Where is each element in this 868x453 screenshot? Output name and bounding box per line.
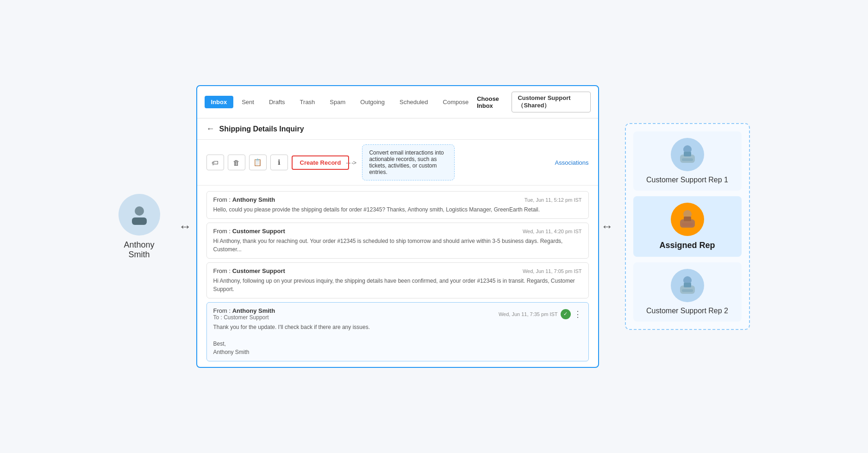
svg-rect-8 [684,217,691,221]
left-arrow: ↔ [179,219,192,234]
email-toolbar: 🏷 🗑 📋 ℹ Create Record Convert email inte… [197,140,598,186]
email-thread: From : Anthony Smith Tue, Jun 11, 5:12 p… [197,186,598,367]
email-from-3: From : Customer Support [213,267,285,274]
rep-card-assigned: Assigned Rep [633,196,742,257]
rep-avatar-1 [671,138,704,171]
create-record-button[interactable]: Create Record [292,155,350,170]
svg-point-0 [135,206,144,216]
email-card-2: From : Customer Support Wed, Jun 11, 4:2… [206,223,589,259]
inbox-panel: Inbox Sent Drafts Trash Spam Outgoing Sc… [196,85,599,368]
email-card-3: From : Customer Support Wed, Jun 11, 7:0… [206,262,589,298]
email-card-4: From : Anthony Smith To : Customer Suppo… [206,302,589,361]
email-time-2: Wed, Jun 11, 4:20 pm IST [523,229,582,234]
avatar [119,194,160,236]
associations-link[interactable]: Associations [555,159,589,166]
inbox-selector[interactable]: Customer Support（Shared） [512,92,590,112]
tab-sent[interactable]: Sent [235,96,261,108]
delete-button[interactable]: 🗑 [228,155,245,170]
email-header-2: From : Customer Support Wed, Jun 11, 4:2… [213,228,582,235]
email-header-4: From : Anthony Smith To : Customer Suppo… [213,307,582,321]
tab-spam[interactable]: Spam [323,96,352,108]
rep-1-label: Customer Support Rep 1 [646,176,728,184]
main-layout: AnthonySmith ↔ Inbox Sent Drafts Trash S… [0,0,868,453]
email-body-3: Hi Anthony, following up on your previou… [213,277,582,293]
email-from-4: From : Anthony Smith [213,307,275,314]
right-arrow: ↔ [601,219,613,234]
email-card-1: From : Anthony Smith Tue, Jun 11, 5:12 p… [206,191,589,219]
more-options-button[interactable]: ⋮ [574,309,582,319]
rep-avatar-2 [671,269,704,302]
email-time-3: Wed, Jun 11, 7:05 pm IST [523,268,582,274]
back-button[interactable]: ← [206,124,215,134]
svg-rect-9 [682,223,693,226]
email-header-3: From : Customer Support Wed, Jun 11, 7:0… [213,267,582,274]
rep-assigned-label: Assigned Rep [659,241,715,250]
tag-button[interactable]: 🏷 [206,155,224,170]
email-to-4: To : Customer Support [213,314,275,321]
tab-compose[interactable]: Compose [437,96,475,108]
status-indicator [561,309,571,319]
tab-scheduled[interactable]: Scheduled [393,96,434,108]
svg-rect-5 [682,158,693,161]
svg-rect-4 [684,152,691,156]
choose-inbox: Choose Inbox Customer Support（Shared） [477,92,590,112]
email-time-4: Wed, Jun 11, 7:35 pm IST [499,311,558,317]
email-from-to-4: From : Anthony Smith To : Customer Suppo… [213,307,275,321]
email-actions-4: Wed, Jun 11, 7:35 pm IST ⋮ [499,309,582,319]
svg-rect-13 [682,289,693,292]
choose-inbox-label: Choose Inbox [477,95,508,109]
email-from-1: From : Anthony Smith [213,196,275,203]
nav-bar: Inbox Sent Drafts Trash Spam Outgoing Sc… [197,86,598,118]
rep-avatar-assigned [671,203,704,236]
subject-bar: ← Shipping Details Inquiry [197,118,598,140]
email-body-4: Thank you for the update. I'll check bac… [213,323,582,356]
svg-rect-1 [132,217,147,225]
rep-card-2: Customer Support Rep 2 [633,262,742,322]
email-body-1: Hello, could you please provide the ship… [213,205,582,214]
left-person-section: AnthonySmith [119,194,160,260]
tab-trash[interactable]: Trash [293,96,322,108]
email-body-2: Hi Anthony, thank you for reaching out. … [213,237,582,254]
tooltip-bubble: Convert email interactions into actionab… [362,144,455,180]
rep-card-1: Customer Support Rep 1 [633,131,742,191]
email-time-1: Tue, Jun 11, 5:12 pm IST [525,197,582,203]
rep-2-label: Customer Support Rep 2 [646,307,728,315]
tab-drafts[interactable]: Drafts [262,96,292,108]
archive-button[interactable]: 📋 [249,155,267,170]
email-from-2: From : Customer Support [213,228,285,235]
left-person-name: AnthonySmith [124,240,154,260]
right-rep-panel: Customer Support Rep 1 Assigned Rep [625,123,750,330]
info-button[interactable]: ℹ [270,155,288,170]
tab-outgoing[interactable]: Outgoing [354,96,391,108]
email-header-1: From : Anthony Smith Tue, Jun 11, 5:12 p… [213,196,582,203]
tab-inbox[interactable]: Inbox [205,96,234,108]
svg-rect-12 [684,283,691,287]
email-subject: Shipping Details Inquiry [219,125,304,133]
